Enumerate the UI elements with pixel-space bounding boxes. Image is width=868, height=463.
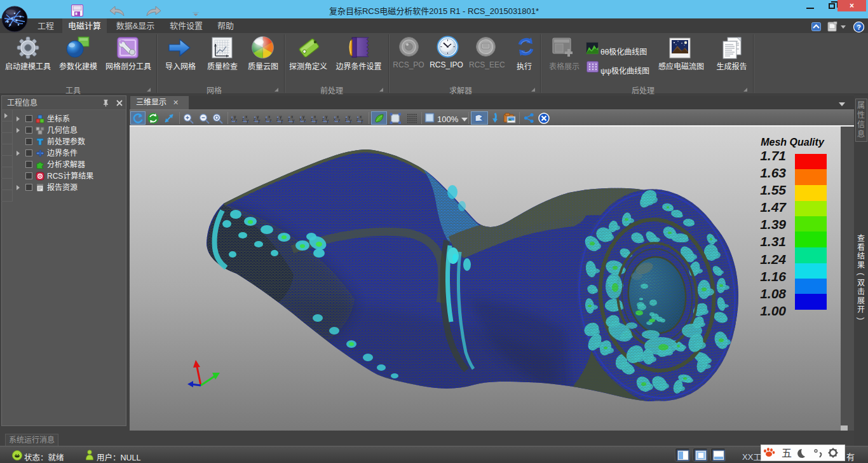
svg-text:z: z: [311, 117, 313, 121]
svg-text:?: ?: [857, 24, 861, 31]
svg-text:z: z: [276, 117, 278, 121]
svg-text:z: z: [304, 118, 306, 123]
svg-text:x: x: [334, 117, 336, 121]
svg-text:x: x: [231, 117, 233, 121]
svg-text:y: y: [327, 118, 329, 123]
svg-text:y: y: [247, 118, 249, 123]
svg-text:五: 五: [782, 448, 792, 459]
svg-text:y: y: [292, 118, 295, 123]
svg-text:z: z: [322, 117, 324, 121]
svg-text:y: y: [281, 118, 283, 123]
svg-text:z: z: [254, 117, 255, 121]
svg-text:x: x: [265, 117, 268, 121]
svg-text:y: y: [361, 118, 363, 123]
svg-text:y: y: [349, 118, 352, 123]
svg-text:z: z: [356, 117, 358, 121]
svg-text:z: z: [338, 118, 340, 123]
svg-text:z: z: [288, 117, 290, 121]
svg-text:z: z: [235, 118, 237, 123]
svg-text:y: y: [258, 118, 261, 123]
svg-text:y: y: [315, 118, 318, 123]
svg-text:z: z: [242, 117, 244, 121]
svg-text:z: z: [345, 117, 347, 121]
svg-text:x: x: [299, 117, 302, 121]
svg-text:z: z: [269, 118, 271, 123]
